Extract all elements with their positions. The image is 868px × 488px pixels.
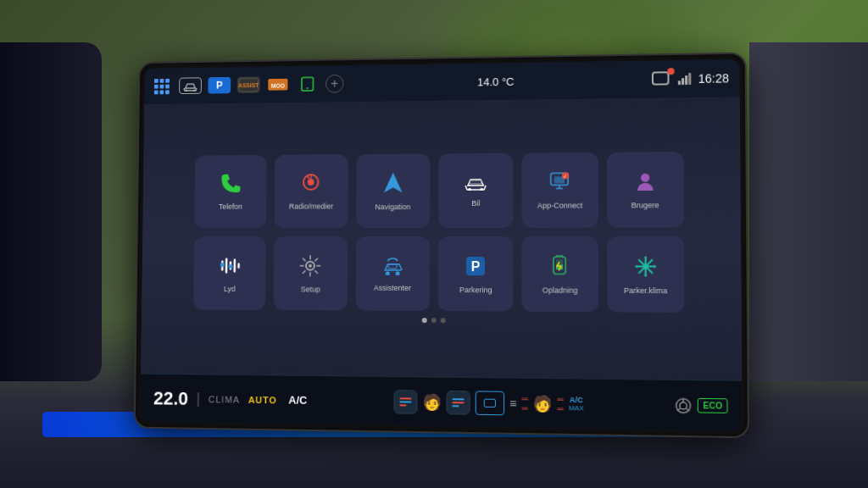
bg-left-panel xyxy=(0,42,102,381)
person-icon: 🧑 xyxy=(422,392,441,412)
radio-label: Radio/medier xyxy=(289,202,333,212)
person2-icon: 🧑 xyxy=(533,394,552,413)
ac-button[interactable]: A/C xyxy=(288,394,307,407)
ac-controls: A/C MAX xyxy=(569,396,584,413)
svg-point-24 xyxy=(309,264,312,268)
app-brugere[interactable]: Brugere xyxy=(607,152,684,228)
heat-lines: ══ xyxy=(522,394,528,413)
navigation-icon xyxy=(382,171,404,198)
climate-controls: 🧑 ≡ ══ 🧑 ══ xyxy=(315,389,666,418)
app-opladning[interactable]: Opladning xyxy=(522,236,598,313)
screen-toggle-btn[interactable] xyxy=(476,391,504,415)
climate-divider: | xyxy=(197,390,201,408)
climate-temperature: 22.0 xyxy=(153,387,188,409)
app-lyd[interactable]: Lyd xyxy=(193,236,266,310)
app-telefon[interactable]: Telefon xyxy=(194,155,267,229)
svg-point-41 xyxy=(653,265,655,268)
radio-icon xyxy=(300,173,322,198)
app-setup[interactable]: Setup xyxy=(274,236,348,311)
notification-badge xyxy=(667,68,674,75)
screen-wrapper: P ASSIST MOO + 14.0 xyxy=(136,54,748,437)
chat-bubble xyxy=(652,71,670,85)
telefon-icon xyxy=(220,173,241,197)
lyd-label: Lyd xyxy=(224,285,236,294)
apps-grid: Telefon Radio/medier Navigation xyxy=(193,152,684,313)
svg-point-26 xyxy=(395,271,399,275)
fan-left-btn[interactable] xyxy=(394,390,418,414)
app-connect-icon: ✓ xyxy=(548,171,570,197)
brugere-label: Brugere xyxy=(632,202,659,211)
svg-rect-9 xyxy=(470,180,481,184)
setup-label: Setup xyxy=(301,285,320,294)
svg-point-39 xyxy=(644,274,647,276)
app-connect-label: App-Connect xyxy=(537,202,582,211)
heat-lines2: ══ xyxy=(558,394,564,413)
assistenter-icon xyxy=(381,257,404,279)
parkering-label: Parkering xyxy=(459,286,492,295)
bil-icon xyxy=(464,174,487,194)
fan-speed-icon: ≡ xyxy=(509,396,516,409)
app-assistenter[interactable]: Assistenter xyxy=(355,236,430,311)
app-bil[interactable]: Bil xyxy=(438,152,514,228)
climate-bar: 22.0 | CLIMA AUTO A/C 🧑 xyxy=(140,374,742,431)
svg-point-43 xyxy=(680,402,687,408)
add-icon[interactable]: + xyxy=(326,75,344,93)
car-icon[interactable] xyxy=(179,77,202,94)
opladning-icon xyxy=(548,255,571,280)
svg-point-16 xyxy=(641,174,649,182)
climate-right: ECO xyxy=(675,397,728,413)
svg-point-11 xyxy=(480,188,483,191)
signal-icon xyxy=(678,73,692,85)
steering-wheel-icon xyxy=(675,397,693,413)
bil-label: Bil xyxy=(471,199,480,208)
bg-right-panel xyxy=(749,42,868,381)
parking-icon[interactable]: P xyxy=(208,77,231,94)
truck-icon[interactable]: MOO xyxy=(266,76,289,93)
svg-point-23 xyxy=(229,264,233,269)
assist-icon[interactable]: ASSIST xyxy=(237,76,260,93)
telefon-label: Telefon xyxy=(219,202,242,212)
svg-point-40 xyxy=(636,265,638,268)
clima-label: CLIMA xyxy=(209,394,240,404)
app-navigation[interactable]: Navigation xyxy=(356,153,431,228)
page-indicator xyxy=(422,318,446,323)
svg-point-6 xyxy=(307,87,309,89)
parker-klima-icon xyxy=(634,255,657,281)
svg-marker-8 xyxy=(384,173,403,193)
clock-display: 16:28 xyxy=(698,71,730,86)
svg-text:P: P xyxy=(471,259,481,274)
page-dot-1[interactable] xyxy=(422,318,427,323)
svg-point-25 xyxy=(386,271,390,275)
app-parker-klima[interactable]: Parker.klima xyxy=(607,236,685,313)
apps-area: Telefon Radio/medier Navigation xyxy=(141,97,742,380)
navigation-label: Navigation xyxy=(375,203,410,213)
temperature-display: 14.0 °C xyxy=(350,73,644,90)
assistenter-label: Assistenter xyxy=(374,284,411,293)
setup-icon xyxy=(300,255,322,280)
grid-menu-icon[interactable] xyxy=(154,78,170,94)
fan-right-btn[interactable] xyxy=(446,390,470,414)
parkering-icon: P xyxy=(465,255,487,280)
svg-point-10 xyxy=(468,188,471,191)
parker-klima-label: Parker.klima xyxy=(624,286,667,296)
app-radio[interactable]: Radio/medier xyxy=(275,154,348,228)
brugere-icon xyxy=(634,170,657,197)
svg-point-37 xyxy=(643,263,648,269)
page-dot-3[interactable] xyxy=(441,319,446,324)
svg-point-22 xyxy=(220,263,225,267)
phone-icon[interactable] xyxy=(296,75,319,92)
messages-icon[interactable] xyxy=(652,71,671,86)
main-screen: P ASSIST MOO + 14.0 xyxy=(140,59,742,431)
lyd-icon xyxy=(219,255,240,280)
svg-text:MOO: MOO xyxy=(271,83,286,89)
svg-point-1 xyxy=(193,89,196,92)
opladning-label: Opladning xyxy=(542,286,578,295)
svg-point-0 xyxy=(185,90,187,92)
app-parkering[interactable]: P Parkering xyxy=(438,236,514,312)
svg-point-7 xyxy=(308,179,314,186)
auto-label: AUTO xyxy=(248,394,277,404)
top-right-icons: 16:28 xyxy=(652,70,729,86)
svg-text:✓: ✓ xyxy=(564,175,568,180)
page-dot-2[interactable] xyxy=(431,318,437,323)
app-app-connect[interactable]: ✓ App-Connect xyxy=(522,152,598,228)
